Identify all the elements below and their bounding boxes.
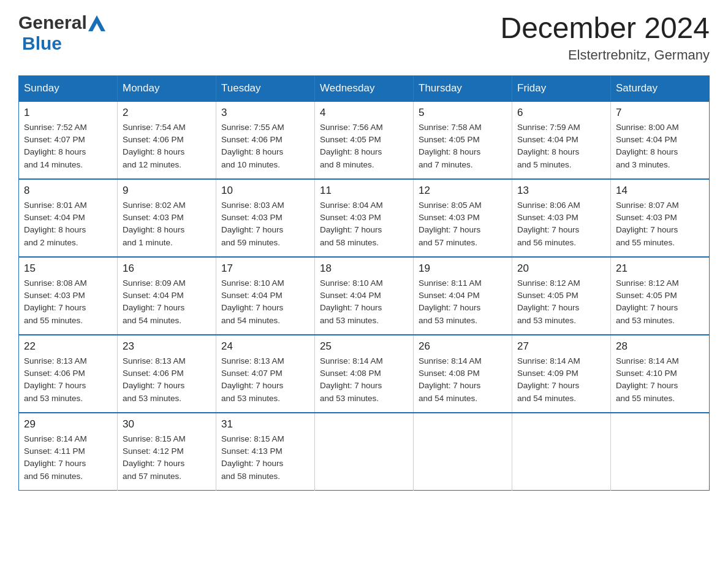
- day-number: 29: [24, 418, 112, 431]
- calendar-cell: [611, 413, 710, 491]
- calendar-cell: 29Sunrise: 8:14 AM Sunset: 4:11 PM Dayli…: [19, 413, 118, 491]
- logo-blue-text: Blue: [22, 33, 62, 54]
- day-number: 18: [320, 262, 408, 275]
- day-info: Sunrise: 7:56 AM Sunset: 4:05 PM Dayligh…: [320, 121, 408, 171]
- calendar-cell: 30Sunrise: 8:15 AM Sunset: 4:12 PM Dayli…: [118, 413, 216, 491]
- day-info: Sunrise: 8:01 AM Sunset: 4:04 PM Dayligh…: [24, 199, 112, 249]
- day-info: Sunrise: 7:59 AM Sunset: 4:04 PM Dayligh…: [517, 121, 605, 171]
- calendar-week-5: 29Sunrise: 8:14 AM Sunset: 4:11 PM Dayli…: [19, 413, 710, 491]
- day-number: 26: [419, 340, 507, 353]
- day-info: Sunrise: 8:10 AM Sunset: 4:04 PM Dayligh…: [320, 277, 408, 327]
- day-number: 28: [616, 340, 704, 353]
- calendar-cell: 14Sunrise: 8:07 AM Sunset: 4:03 PM Dayli…: [611, 179, 710, 257]
- day-info: Sunrise: 8:13 AM Sunset: 4:07 PM Dayligh…: [221, 355, 309, 405]
- day-number: 24: [221, 340, 309, 353]
- day-number: 17: [221, 262, 309, 275]
- day-info: Sunrise: 8:05 AM Sunset: 4:03 PM Dayligh…: [419, 199, 507, 249]
- col-monday: Monday: [118, 75, 216, 101]
- day-number: 1: [24, 107, 112, 119]
- calendar-cell: 16Sunrise: 8:09 AM Sunset: 4:04 PM Dayli…: [118, 257, 216, 335]
- calendar-cell: [414, 413, 512, 491]
- day-number: 10: [221, 185, 309, 197]
- calendar-cell: 13Sunrise: 8:06 AM Sunset: 4:03 PM Dayli…: [512, 179, 611, 257]
- day-info: Sunrise: 8:03 AM Sunset: 4:03 PM Dayligh…: [221, 199, 309, 249]
- day-number: 20: [517, 262, 605, 275]
- day-info: Sunrise: 8:10 AM Sunset: 4:04 PM Dayligh…: [221, 277, 309, 327]
- day-info: Sunrise: 8:15 AM Sunset: 4:13 PM Dayligh…: [221, 433, 309, 483]
- day-info: Sunrise: 8:07 AM Sunset: 4:03 PM Dayligh…: [616, 199, 704, 249]
- month-year-title: December 2024: [500, 12, 710, 45]
- day-number: 14: [616, 185, 704, 197]
- day-number: 6: [517, 107, 605, 119]
- day-info: Sunrise: 7:58 AM Sunset: 4:05 PM Dayligh…: [419, 121, 507, 171]
- calendar-cell: 6Sunrise: 7:59 AM Sunset: 4:04 PM Daylig…: [512, 101, 611, 179]
- calendar-cell: 17Sunrise: 8:10 AM Sunset: 4:04 PM Dayli…: [216, 257, 315, 335]
- day-info: Sunrise: 8:02 AM Sunset: 4:03 PM Dayligh…: [123, 199, 211, 249]
- day-number: 2: [123, 107, 211, 119]
- logo: General Blue: [18, 12, 105, 54]
- calendar-week-2: 8Sunrise: 8:01 AM Sunset: 4:04 PM Daylig…: [19, 179, 710, 257]
- col-thursday: Thursday: [414, 75, 512, 101]
- calendar-cell: 18Sunrise: 8:10 AM Sunset: 4:04 PM Dayli…: [315, 257, 414, 335]
- day-number: 25: [320, 340, 408, 353]
- calendar-cell: 1Sunrise: 7:52 AM Sunset: 4:07 PM Daylig…: [19, 101, 118, 179]
- day-number: 22: [24, 340, 112, 353]
- day-number: 13: [517, 185, 605, 197]
- day-info: Sunrise: 8:11 AM Sunset: 4:04 PM Dayligh…: [419, 277, 507, 327]
- title-section: December 2024 Elstertrebnitz, Germany: [500, 12, 710, 63]
- calendar-cell: 31Sunrise: 8:15 AM Sunset: 4:13 PM Dayli…: [216, 413, 315, 491]
- calendar-cell: 8Sunrise: 8:01 AM Sunset: 4:04 PM Daylig…: [19, 179, 118, 257]
- day-info: Sunrise: 8:15 AM Sunset: 4:12 PM Dayligh…: [123, 433, 211, 483]
- page-header: General Blue December 2024 Elstertrebnit…: [18, 12, 710, 63]
- col-friday: Friday: [512, 75, 611, 101]
- day-number: 12: [419, 185, 507, 197]
- day-number: 5: [419, 107, 507, 119]
- calendar-cell: 24Sunrise: 8:13 AM Sunset: 4:07 PM Dayli…: [216, 335, 315, 413]
- day-number: 21: [616, 262, 704, 275]
- day-number: 11: [320, 185, 408, 197]
- col-sunday: Sunday: [19, 75, 118, 101]
- day-info: Sunrise: 8:04 AM Sunset: 4:03 PM Dayligh…: [320, 199, 408, 249]
- calendar-body: 1Sunrise: 7:52 AM Sunset: 4:07 PM Daylig…: [19, 101, 710, 491]
- day-info: Sunrise: 8:14 AM Sunset: 4:09 PM Dayligh…: [517, 355, 605, 405]
- calendar-cell: 15Sunrise: 8:08 AM Sunset: 4:03 PM Dayli…: [19, 257, 118, 335]
- calendar-cell: 10Sunrise: 8:03 AM Sunset: 4:03 PM Dayli…: [216, 179, 315, 257]
- calendar-week-3: 15Sunrise: 8:08 AM Sunset: 4:03 PM Dayli…: [19, 257, 710, 335]
- logo-triangle-icon: [88, 15, 105, 31]
- day-number: 31: [221, 418, 309, 431]
- col-saturday: Saturday: [611, 75, 710, 101]
- day-number: 9: [123, 185, 211, 197]
- day-number: 4: [320, 107, 408, 119]
- day-info: Sunrise: 8:00 AM Sunset: 4:04 PM Dayligh…: [616, 121, 704, 171]
- calendar-week-4: 22Sunrise: 8:13 AM Sunset: 4:06 PM Dayli…: [19, 335, 710, 413]
- calendar-cell: [512, 413, 611, 491]
- calendar-cell: 9Sunrise: 8:02 AM Sunset: 4:03 PM Daylig…: [118, 179, 216, 257]
- day-number: 23: [123, 340, 211, 353]
- col-tuesday: Tuesday: [216, 75, 315, 101]
- calendar-cell: 4Sunrise: 7:56 AM Sunset: 4:05 PM Daylig…: [315, 101, 414, 179]
- calendar-week-1: 1Sunrise: 7:52 AM Sunset: 4:07 PM Daylig…: [19, 101, 710, 179]
- day-number: 27: [517, 340, 605, 353]
- calendar-cell: 7Sunrise: 8:00 AM Sunset: 4:04 PM Daylig…: [611, 101, 710, 179]
- day-number: 15: [24, 262, 112, 275]
- calendar-cell: 19Sunrise: 8:11 AM Sunset: 4:04 PM Dayli…: [414, 257, 512, 335]
- calendar-header: Sunday Monday Tuesday Wednesday Thursday…: [19, 75, 710, 101]
- day-number: 16: [123, 262, 211, 275]
- calendar-cell: 5Sunrise: 7:58 AM Sunset: 4:05 PM Daylig…: [414, 101, 512, 179]
- day-number: 8: [24, 185, 112, 197]
- calendar-table: Sunday Monday Tuesday Wednesday Thursday…: [18, 75, 710, 491]
- calendar-cell: 23Sunrise: 8:13 AM Sunset: 4:06 PM Dayli…: [118, 335, 216, 413]
- calendar-cell: 22Sunrise: 8:13 AM Sunset: 4:06 PM Dayli…: [19, 335, 118, 413]
- day-number: 7: [616, 107, 704, 119]
- day-info: Sunrise: 8:12 AM Sunset: 4:05 PM Dayligh…: [616, 277, 704, 327]
- calendar-cell: 3Sunrise: 7:55 AM Sunset: 4:06 PM Daylig…: [216, 101, 315, 179]
- calendar-cell: 28Sunrise: 8:14 AM Sunset: 4:10 PM Dayli…: [611, 335, 710, 413]
- col-wednesday: Wednesday: [315, 75, 414, 101]
- day-info: Sunrise: 8:12 AM Sunset: 4:05 PM Dayligh…: [517, 277, 605, 327]
- day-info: Sunrise: 8:13 AM Sunset: 4:06 PM Dayligh…: [123, 355, 211, 405]
- day-number: 3: [221, 107, 309, 119]
- calendar-cell: 26Sunrise: 8:14 AM Sunset: 4:08 PM Dayli…: [414, 335, 512, 413]
- day-info: Sunrise: 7:52 AM Sunset: 4:07 PM Dayligh…: [24, 121, 112, 171]
- day-info: Sunrise: 8:14 AM Sunset: 4:08 PM Dayligh…: [320, 355, 408, 405]
- day-info: Sunrise: 8:14 AM Sunset: 4:10 PM Dayligh…: [616, 355, 704, 405]
